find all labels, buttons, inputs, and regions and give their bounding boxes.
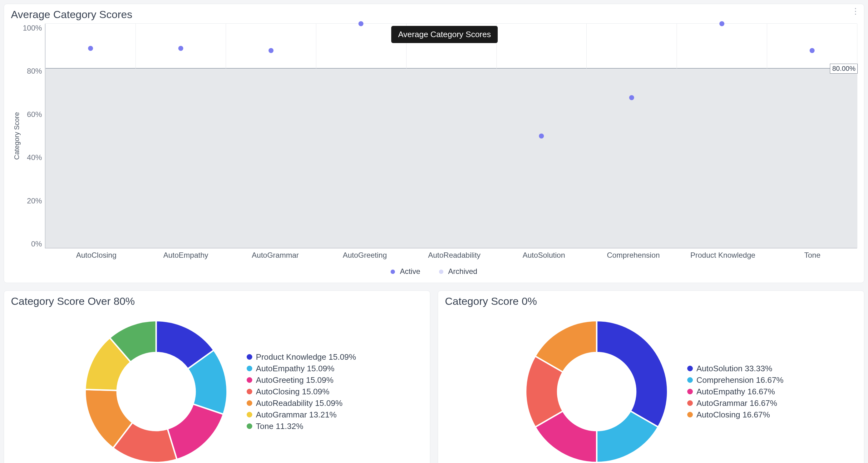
legend-swatch-icon <box>687 366 693 371</box>
col-divider <box>586 24 587 248</box>
gridline <box>45 158 857 158</box>
scatter-plot: Category Score 100%80%60%40%20%0% 80.00% <box>11 24 857 249</box>
y-tick: 80% <box>27 67 42 75</box>
x-tick: Tone <box>768 251 857 260</box>
legend-swatch-icon <box>247 366 252 371</box>
more-icon[interactable]: ⋮ <box>851 7 860 15</box>
gridline <box>45 23 857 24</box>
data-point[interactable] <box>88 46 93 51</box>
col-divider <box>496 24 497 248</box>
col-divider <box>767 24 767 248</box>
gridline <box>45 203 857 203</box>
y-axis-ticks: 100%80%60%40%20%0% <box>23 24 45 249</box>
legend-label: AutoGrammar 13.21% <box>256 410 337 420</box>
x-tick: AutoSolution <box>499 251 589 260</box>
scatter-card: ⋮ Average Category Scores Average Catego… <box>4 4 864 283</box>
data-point[interactable] <box>719 21 724 26</box>
legend-swatch-icon <box>247 400 252 406</box>
legend-swatch-icon <box>247 389 252 394</box>
y-tick: 100% <box>23 24 42 32</box>
pie-slice[interactable] <box>167 404 223 459</box>
x-tick: AutoReadability <box>410 251 499 260</box>
plot-area: 80.00% <box>45 24 857 249</box>
legend-label: Product Knowledge 15.09% <box>256 352 356 362</box>
donut1-card: Category Score Over 80% Product Knowledg… <box>4 291 430 463</box>
donut1-chart <box>78 313 234 463</box>
col-divider <box>677 24 677 248</box>
legend-swatch-icon <box>247 354 252 360</box>
legend-label: AutoClosing 16.67% <box>696 410 770 420</box>
legend-item[interactable]: AutoClosing 16.67% <box>687 410 784 420</box>
legend-dot-icon <box>439 270 443 274</box>
legend-archived-label: Archived <box>448 267 477 275</box>
scatter-legend: Active Archived <box>11 267 857 276</box>
legend-label: AutoClosing 15.09% <box>256 387 330 397</box>
legend-swatch-icon <box>687 400 693 406</box>
legend-active[interactable]: Active <box>391 267 420 276</box>
legend-swatch-icon <box>247 412 252 418</box>
legend-label: AutoReadability 15.09% <box>256 398 343 408</box>
col-divider <box>316 24 316 248</box>
reference-badge: 80.00% <box>830 64 858 74</box>
data-point[interactable] <box>810 48 815 53</box>
donut2-legend: AutoSolution 33.33%Comprehension 16.67%A… <box>687 362 784 422</box>
y-tick: 20% <box>27 197 42 205</box>
donut2-title: Category Score 0% <box>445 295 857 307</box>
x-tick: AutoClosing <box>52 251 141 260</box>
legend-item[interactable]: AutoSolution 33.33% <box>687 364 784 373</box>
x-tick: Comprehension <box>589 251 678 260</box>
reference-line: 80.00% <box>45 68 857 69</box>
y-axis-label: Category Score <box>11 24 23 249</box>
plot-shade <box>45 69 857 248</box>
legend-item[interactable]: AutoGrammar 16.67% <box>687 398 784 408</box>
legend-item[interactable]: AutoEmpathy 16.67% <box>687 387 784 397</box>
legend-label: AutoEmpathy 16.67% <box>696 387 775 397</box>
data-point[interactable] <box>539 134 544 138</box>
donut2-chart <box>519 313 675 463</box>
legend-item[interactable]: AutoGrammar 13.21% <box>247 410 356 420</box>
col-divider <box>45 24 45 248</box>
donut1-title: Category Score Over 80% <box>11 295 423 307</box>
legend-dot-icon <box>391 270 395 274</box>
legend-swatch-icon <box>687 389 693 394</box>
legend-item[interactable]: AutoEmpathy 15.09% <box>247 364 356 373</box>
x-tick: AutoGreeting <box>320 251 410 260</box>
x-tick: AutoGrammar <box>230 251 320 260</box>
legend-item[interactable]: AutoClosing 15.09% <box>247 387 356 397</box>
col-divider <box>135 24 136 248</box>
y-tick: 40% <box>27 153 42 162</box>
legend-label: AutoEmpathy 15.09% <box>256 364 335 373</box>
y-tick: 60% <box>27 110 42 119</box>
donut1-legend: Product Knowledge 15.09%AutoEmpathy 15.0… <box>247 351 356 433</box>
legend-label: Tone 11.32% <box>256 422 304 431</box>
y-tick: 0% <box>31 240 42 249</box>
data-point[interactable] <box>178 46 183 51</box>
x-tick: AutoEmpathy <box>141 251 231 260</box>
tooltip: Average Category Scores <box>391 26 498 43</box>
x-axis-labels: AutoClosingAutoEmpathyAutoGrammarAutoGre… <box>52 251 857 260</box>
legend-swatch-icon <box>687 412 693 418</box>
legend-label: AutoGrammar 16.67% <box>696 398 777 408</box>
legend-item[interactable]: Product Knowledge 15.09% <box>247 352 356 362</box>
legend-label: AutoSolution 33.33% <box>696 364 772 373</box>
col-divider <box>226 24 226 248</box>
legend-item[interactable]: AutoReadability 15.09% <box>247 398 356 408</box>
donut2-card: Category Score 0% AutoSolution 33.33%Com… <box>438 291 864 463</box>
legend-archived[interactable]: Archived <box>439 267 477 276</box>
legend-item[interactable]: AutoGreeting 15.09% <box>247 375 356 385</box>
x-tick: Product Knowledge <box>678 251 768 260</box>
legend-swatch-icon <box>687 377 693 383</box>
legend-swatch-icon <box>247 377 252 383</box>
legend-label: Comprehension 16.67% <box>696 375 784 385</box>
pie-slice[interactable] <box>597 321 668 427</box>
legend-active-label: Active <box>400 267 420 275</box>
data-point[interactable] <box>359 21 364 26</box>
legend-label: AutoGreeting 15.09% <box>256 375 334 385</box>
legend-swatch-icon <box>247 423 252 429</box>
data-point[interactable] <box>629 95 634 100</box>
scatter-title: Average Category Scores <box>11 8 857 21</box>
legend-item[interactable]: Comprehension 16.67% <box>687 375 784 385</box>
legend-item[interactable]: Tone 11.32% <box>247 422 356 431</box>
data-point[interactable] <box>269 48 274 53</box>
gridline <box>45 113 857 113</box>
